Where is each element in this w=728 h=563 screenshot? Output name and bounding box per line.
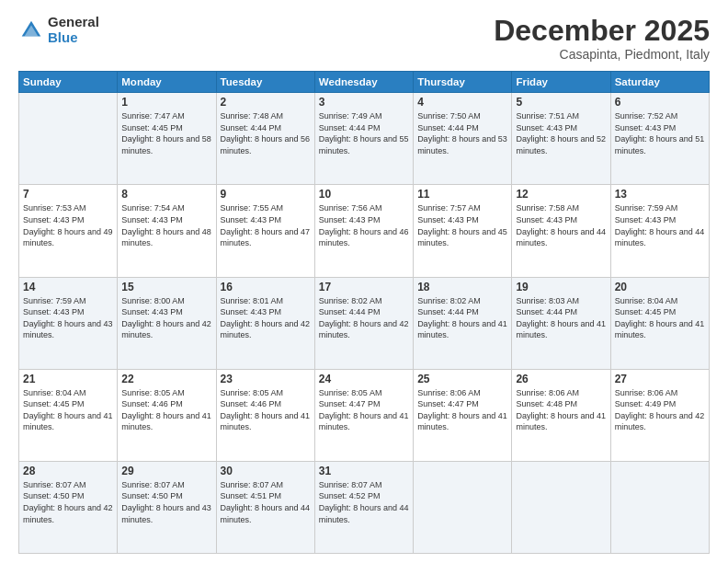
calendar-week-row: 1Sunrise: 7:47 AMSunset: 4:45 PMDaylight…: [19, 93, 710, 185]
day-number: 12: [516, 188, 606, 201]
day-info: Sunrise: 8:06 AMSunset: 4:48 PMDaylight:…: [516, 387, 606, 433]
weekday-header-friday: Friday: [512, 72, 610, 93]
calendar-cell: 7Sunrise: 7:53 AMSunset: 4:43 PMDaylight…: [19, 185, 118, 277]
calendar-cell: 29Sunrise: 8:07 AMSunset: 4:50 PMDayligh…: [118, 461, 216, 553]
day-number: 18: [417, 281, 507, 293]
calendar-cell: 13Sunrise: 7:59 AMSunset: 4:43 PMDayligh…: [610, 185, 709, 277]
weekday-header-tuesday: Tuesday: [216, 72, 314, 93]
calendar-cell: 8Sunrise: 7:54 AMSunset: 4:43 PMDaylight…: [118, 185, 216, 277]
day-number: 15: [121, 281, 211, 293]
logo-general: General: [48, 15, 99, 30]
calendar-cell: 31Sunrise: 8:07 AMSunset: 4:52 PMDayligh…: [314, 461, 413, 553]
calendar-cell: 18Sunrise: 8:02 AMSunset: 4:44 PMDayligh…: [414, 277, 512, 369]
day-number: 4: [417, 96, 507, 109]
calendar-cell: 24Sunrise: 8:05 AMSunset: 4:47 PMDayligh…: [314, 369, 413, 461]
calendar-cell: 14Sunrise: 7:59 AMSunset: 4:43 PMDayligh…: [19, 277, 118, 369]
calendar-cell: 25Sunrise: 8:06 AMSunset: 4:47 PMDayligh…: [414, 369, 512, 461]
calendar-cell: [512, 461, 610, 553]
weekday-header-monday: Monday: [118, 72, 216, 93]
logo-blue: Blue: [48, 30, 99, 46]
header: General Blue December 2025 Casapinta, Pi…: [18, 15, 710, 62]
day-info: Sunrise: 8:04 AMSunset: 4:45 PMDaylight:…: [615, 295, 705, 341]
day-info: Sunrise: 7:52 AMSunset: 4:43 PMDaylight:…: [615, 110, 705, 156]
day-info: Sunrise: 7:59 AMSunset: 4:43 PMDaylight:…: [615, 202, 705, 248]
day-number: 23: [221, 373, 311, 385]
day-info: Sunrise: 7:53 AMSunset: 4:43 PMDaylight:…: [23, 202, 113, 248]
day-number: 31: [319, 465, 409, 477]
day-number: 2: [221, 96, 311, 109]
calendar-cell: 23Sunrise: 8:05 AMSunset: 4:46 PMDayligh…: [216, 369, 314, 461]
calendar-week-row: 21Sunrise: 8:04 AMSunset: 4:45 PMDayligh…: [19, 369, 710, 461]
day-number: 27: [615, 373, 705, 385]
day-info: Sunrise: 7:49 AMSunset: 4:44 PMDaylight:…: [319, 110, 409, 156]
day-number: 13: [615, 188, 705, 201]
weekday-header-sunday: Sunday: [19, 72, 118, 93]
day-number: 5: [516, 96, 606, 109]
logo-text: General Blue: [48, 15, 99, 45]
day-info: Sunrise: 8:05 AMSunset: 4:46 PMDaylight:…: [221, 387, 311, 433]
day-info: Sunrise: 7:47 AMSunset: 4:45 PMDaylight:…: [121, 110, 211, 156]
calendar-cell: 2Sunrise: 7:48 AMSunset: 4:44 PMDaylight…: [216, 93, 314, 185]
day-info: Sunrise: 8:01 AMSunset: 4:43 PMDaylight:…: [221, 295, 311, 341]
month-title: December 2025: [494, 15, 710, 47]
calendar-cell: 15Sunrise: 8:00 AMSunset: 4:43 PMDayligh…: [118, 277, 216, 369]
day-number: 30: [221, 465, 311, 477]
day-number: 24: [319, 373, 409, 385]
day-info: Sunrise: 7:48 AMSunset: 4:44 PMDaylight:…: [221, 110, 311, 156]
location-subtitle: Casapinta, Piedmont, Italy: [494, 47, 710, 62]
page: General Blue December 2025 Casapinta, Pi…: [0, 0, 728, 563]
day-number: 11: [417, 188, 507, 201]
day-info: Sunrise: 8:03 AMSunset: 4:44 PMDaylight:…: [516, 295, 606, 341]
calendar-table: SundayMondayTuesdayWednesdayThursdayFrid…: [18, 71, 710, 554]
calendar-cell: 12Sunrise: 7:58 AMSunset: 4:43 PMDayligh…: [512, 185, 610, 277]
day-info: Sunrise: 8:07 AMSunset: 4:52 PMDaylight:…: [319, 479, 409, 525]
day-info: Sunrise: 8:07 AMSunset: 4:50 PMDaylight:…: [23, 479, 113, 525]
day-number: 9: [221, 188, 311, 201]
day-info: Sunrise: 8:04 AMSunset: 4:45 PMDaylight:…: [23, 387, 113, 433]
calendar-cell: 19Sunrise: 8:03 AMSunset: 4:44 PMDayligh…: [512, 277, 610, 369]
day-number: 7: [23, 188, 113, 201]
day-number: 26: [516, 373, 606, 385]
calendar-cell: 26Sunrise: 8:06 AMSunset: 4:48 PMDayligh…: [512, 369, 610, 461]
day-number: 17: [319, 281, 409, 293]
day-info: Sunrise: 8:00 AMSunset: 4:43 PMDaylight:…: [121, 295, 211, 341]
calendar-cell: 17Sunrise: 8:02 AMSunset: 4:44 PMDayligh…: [314, 277, 413, 369]
calendar-cell: 27Sunrise: 8:06 AMSunset: 4:49 PMDayligh…: [610, 369, 709, 461]
day-info: Sunrise: 7:59 AMSunset: 4:43 PMDaylight:…: [23, 295, 113, 341]
day-number: 22: [121, 373, 211, 385]
calendar-cell: [610, 461, 709, 553]
calendar-cell: 16Sunrise: 8:01 AMSunset: 4:43 PMDayligh…: [216, 277, 314, 369]
calendar-cell: [414, 461, 512, 553]
calendar-cell: 22Sunrise: 8:05 AMSunset: 4:46 PMDayligh…: [118, 369, 216, 461]
day-info: Sunrise: 7:50 AMSunset: 4:44 PMDaylight:…: [417, 110, 507, 156]
calendar-cell: 9Sunrise: 7:55 AMSunset: 4:43 PMDaylight…: [216, 185, 314, 277]
calendar-cell: 20Sunrise: 8:04 AMSunset: 4:45 PMDayligh…: [610, 277, 709, 369]
logo: General Blue: [18, 15, 99, 45]
calendar-week-row: 28Sunrise: 8:07 AMSunset: 4:50 PMDayligh…: [19, 461, 710, 553]
day-info: Sunrise: 7:57 AMSunset: 4:43 PMDaylight:…: [417, 202, 507, 248]
calendar-week-row: 7Sunrise: 7:53 AMSunset: 4:43 PMDaylight…: [19, 185, 710, 277]
day-info: Sunrise: 8:02 AMSunset: 4:44 PMDaylight:…: [417, 295, 507, 341]
day-number: 10: [319, 188, 409, 201]
calendar-cell: 21Sunrise: 8:04 AMSunset: 4:45 PMDayligh…: [19, 369, 118, 461]
day-number: 29: [121, 465, 211, 477]
day-number: 14: [23, 281, 113, 293]
day-info: Sunrise: 7:51 AMSunset: 4:43 PMDaylight:…: [516, 110, 606, 156]
calendar-week-row: 14Sunrise: 7:59 AMSunset: 4:43 PMDayligh…: [19, 277, 710, 369]
day-number: 16: [221, 281, 311, 293]
day-info: Sunrise: 7:58 AMSunset: 4:43 PMDaylight:…: [516, 202, 606, 248]
calendar-cell: 1Sunrise: 7:47 AMSunset: 4:45 PMDaylight…: [118, 93, 216, 185]
calendar-cell: 10Sunrise: 7:56 AMSunset: 4:43 PMDayligh…: [314, 185, 413, 277]
day-info: Sunrise: 7:54 AMSunset: 4:43 PMDaylight:…: [121, 202, 211, 248]
day-number: 20: [615, 281, 705, 293]
day-info: Sunrise: 8:07 AMSunset: 4:51 PMDaylight:…: [221, 479, 311, 525]
calendar-cell: 11Sunrise: 7:57 AMSunset: 4:43 PMDayligh…: [414, 185, 512, 277]
calendar-cell: 4Sunrise: 7:50 AMSunset: 4:44 PMDaylight…: [414, 93, 512, 185]
calendar-cell: 30Sunrise: 8:07 AMSunset: 4:51 PMDayligh…: [216, 461, 314, 553]
day-number: 25: [417, 373, 507, 385]
calendar-cell: [19, 93, 118, 185]
day-info: Sunrise: 8:06 AMSunset: 4:47 PMDaylight:…: [417, 387, 507, 433]
day-number: 6: [615, 96, 705, 109]
day-info: Sunrise: 8:07 AMSunset: 4:50 PMDaylight:…: [121, 479, 211, 525]
day-info: Sunrise: 8:02 AMSunset: 4:44 PMDaylight:…: [319, 295, 409, 341]
